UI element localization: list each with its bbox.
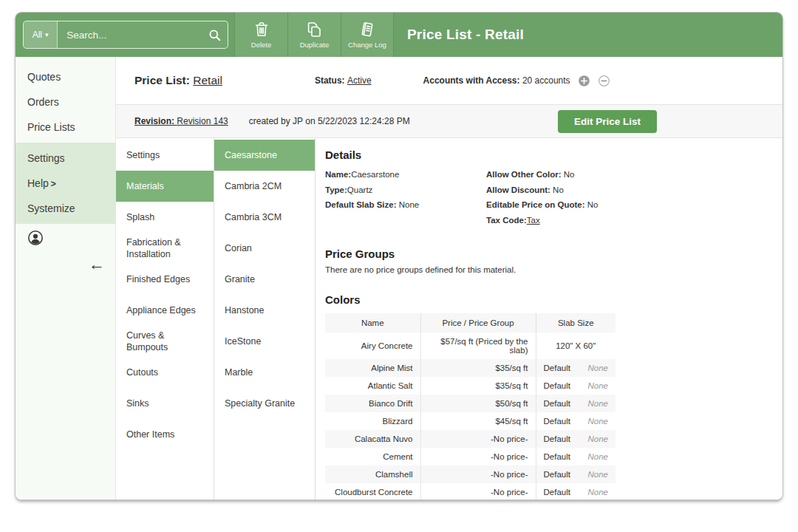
sidebar-item-price-lists[interactable]: Price Lists	[16, 115, 115, 140]
column-header-name: Name	[325, 313, 420, 332]
detail-type: Type:Quartz	[325, 184, 486, 197]
status-label: Status:	[315, 75, 345, 86]
edit-price-list-button[interactable]: Edit Price List	[558, 110, 657, 133]
delete-label: Delete	[251, 41, 271, 49]
color-name: Cement	[325, 448, 420, 466]
material-item-corian[interactable]: Corian	[214, 233, 315, 264]
subnav-item-settings[interactable]: Settings	[116, 140, 214, 171]
material-item-marble[interactable]: Marble	[214, 357, 315, 388]
sidebar: Quotes Orders Price Lists Settings Help>…	[16, 57, 115, 499]
user-account-button[interactable]	[27, 230, 44, 246]
slab-default: Default	[544, 364, 570, 372]
slab-default: Default	[544, 417, 570, 426]
color-name: Bianco Drift	[325, 395, 420, 412]
sidebar-item-settings[interactable]: Settings	[16, 146, 115, 171]
table-row[interactable]: Bianco Drift $50/sq ft DefaultNone	[325, 395, 615, 412]
search-control: All ▾	[23, 21, 228, 49]
subnav-item-materials[interactable]: Materials	[116, 171, 214, 202]
slab-price-group: None	[588, 364, 609, 372]
colors-table: Name Price / Price Group Slab Size Airy …	[325, 313, 615, 499]
table-row[interactable]: Clamshell -No price- DefaultNone	[325, 466, 615, 483]
slab-default: Default	[544, 381, 570, 390]
subnav-item-other-items[interactable]: Other Items	[116, 419, 214, 450]
add-account-icon[interactable]	[578, 75, 590, 87]
search-button[interactable]	[202, 21, 228, 48]
subnav-item-appliance-edges[interactable]: Appliance Edges	[116, 295, 214, 326]
slab-default: Default	[544, 399, 570, 408]
duplicate-button[interactable]: Duplicate	[287, 13, 341, 57]
table-row[interactable]: Atlantic Salt $35/sq ft DefaultNone	[325, 377, 615, 395]
color-name: Calacatta Nuvo	[325, 430, 420, 448]
screen: All ▾ Delete	[0, 0, 798, 532]
subnav-item-sinks[interactable]: Sinks	[116, 388, 214, 419]
toolbar: Delete Duplicate	[234, 13, 394, 57]
material-item-granite[interactable]: Granite	[214, 264, 315, 295]
revision-link[interactable]: Revision: Revision 143	[134, 116, 228, 126]
revision-bar: Revision: Revision 143 created by JP on …	[116, 104, 782, 138]
slab-price-group: None	[588, 417, 609, 426]
material-item-icestone[interactable]: IceStone	[214, 326, 315, 357]
tax-code-link[interactable]: Tax	[527, 216, 540, 225]
table-row[interactable]: Blizzard $45/sq ft DefaultNone	[325, 412, 615, 430]
page-title: Price List - Retail	[394, 13, 524, 57]
search-scope-dropdown[interactable]: All ▾	[24, 21, 58, 48]
material-item-hanstone[interactable]: Hanstone	[214, 295, 315, 326]
material-item-cambria-2cm[interactable]: Cambria 2CM	[214, 171, 315, 202]
color-name: Clamshell	[325, 466, 420, 483]
colors-table-header-row: Name Price / Price Group Slab Size	[325, 313, 615, 332]
price-list-title: Price List: Retail	[134, 74, 222, 87]
top-bar: All ▾ Delete	[16, 13, 782, 57]
detail-name: Name:Caesarstone	[325, 168, 486, 181]
material-item-caesarstone[interactable]: Caesarstone	[214, 140, 315, 171]
detail-editable-price-on-quote: Editable Price on Quote: No	[486, 199, 598, 211]
status-field: Status: Active	[315, 75, 372, 86]
color-name: Atlantic Salt	[325, 377, 420, 395]
material-item-cambria-3cm[interactable]: Cambria 3CM	[214, 202, 315, 233]
table-row[interactable]: Airy Concrete $57/sq ft (Priced by the s…	[325, 332, 615, 359]
material-details-panel: Details Name:Caesarstone Type:Quartz Def…	[316, 138, 782, 499]
search-scope-label: All	[33, 30, 42, 40]
duplicate-label: Duplicate	[300, 41, 330, 49]
subnav-item-curves-bumpouts[interactable]: Curves & Bumpouts	[116, 326, 214, 357]
sidebar-item-quotes[interactable]: Quotes	[16, 64, 115, 89]
sidebar-item-help[interactable]: Help>	[16, 171, 115, 196]
search-icon	[208, 28, 222, 42]
subnav-item-fabrication-installation[interactable]: Fabrication & Installation	[116, 233, 214, 264]
slab-price-group: None	[588, 452, 609, 461]
subnav-item-cutouts[interactable]: Cutouts	[116, 357, 214, 388]
remove-account-icon[interactable]	[598, 75, 610, 87]
slab-price-group: None	[588, 470, 609, 479]
colors-heading: Colors	[325, 293, 782, 306]
material-item-specialty-granite[interactable]: Specialty Granite	[214, 388, 315, 419]
user-avatar-icon	[27, 230, 44, 246]
color-price: $45/sq ft	[420, 412, 536, 430]
delete-button[interactable]: Delete	[234, 13, 287, 57]
status-value-link[interactable]: Active	[347, 75, 372, 86]
column-header-slab-size: Slab Size	[536, 313, 615, 332]
subnav-item-finished-edges[interactable]: Finished Edges	[116, 264, 214, 295]
main-panel: Price List: Retail Status: Active Accoun…	[115, 57, 782, 499]
color-price: -No price-	[420, 430, 536, 448]
sidebar-item-systemize[interactable]: Systemize	[16, 196, 115, 221]
change-log-icon	[358, 21, 376, 38]
slab-price-group: None	[588, 434, 609, 443]
color-price: -No price-	[420, 448, 536, 466]
table-row[interactable]: Alpine Mist $35/sq ft DefaultNone	[325, 359, 615, 377]
revision-value: Revision 143	[177, 116, 228, 126]
revision-created-text: created by JP on 5/22/2023 12:24:28 PM	[249, 116, 410, 126]
price-groups-empty-text: There are no price groups defined for th…	[325, 265, 782, 274]
accounts-access-label: Accounts with Access:	[423, 75, 520, 86]
price-list-name-link[interactable]: Retail	[193, 74, 222, 86]
detail-tax-code: Tax Code:Tax	[486, 214, 598, 227]
subnav-item-splash[interactable]: Splash	[116, 202, 214, 233]
color-price: $50/sq ft	[420, 395, 536, 412]
sidebar-item-orders[interactable]: Orders	[16, 89, 115, 115]
change-log-button[interactable]: Change Log	[341, 13, 394, 57]
collapse-sidebar-arrow[interactable]: ←	[27, 246, 115, 273]
table-row[interactable]: Cloudburst Concrete -No price- DefaultNo…	[325, 483, 615, 499]
accounts-access-field: Accounts with Access: 20 accounts	[423, 75, 570, 86]
table-row[interactable]: Calacatta Nuvo -No price- DefaultNone	[325, 430, 615, 448]
change-log-label: Change Log	[348, 41, 386, 49]
table-row[interactable]: Cement -No price- DefaultNone	[325, 448, 615, 466]
search-input[interactable]	[58, 21, 202, 48]
